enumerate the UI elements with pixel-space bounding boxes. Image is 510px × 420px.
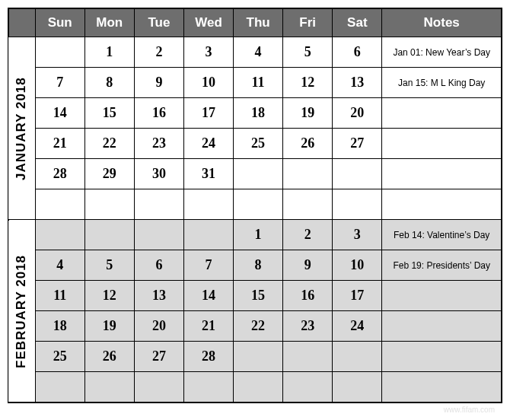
day-cell: 18 (234, 98, 283, 129)
month-label: JANUARY 2018 (8, 37, 35, 220)
day-cell (35, 189, 84, 220)
day-cell (134, 189, 183, 220)
header-mon: Mon (84, 8, 134, 37)
notes-cell: Feb 19: Presidents’ Day (382, 250, 502, 281)
header-sun: Sun (35, 8, 84, 37)
day-cell: 15 (234, 281, 283, 311)
day-cell: 1 (84, 37, 134, 68)
notes-cell (382, 189, 502, 220)
day-cell: 27 (333, 129, 382, 159)
header-wed: Wed (183, 8, 233, 37)
day-cell (84, 189, 134, 220)
day-cell (283, 342, 333, 372)
day-cell: 15 (84, 98, 134, 129)
watermark: www.fifam.com (444, 406, 495, 411)
day-cell: 23 (134, 129, 183, 159)
day-cell (84, 372, 134, 402)
day-cell: 30 (134, 159, 183, 189)
header-row: Sun Mon Tue Wed Thu Fri Sat Notes (8, 8, 502, 37)
day-cell (35, 372, 84, 402)
calendar-row: FEBRUARY 2018123Feb 14: Valentine’s Day (8, 220, 502, 250)
day-cell (234, 372, 283, 402)
header-tue: Tue (134, 8, 183, 37)
day-cell: 1 (234, 220, 283, 250)
day-cell (333, 372, 382, 402)
day-cell: 9 (283, 250, 333, 281)
calendar-body: JANUARY 2018123456Jan 01: New Year’s Day… (8, 37, 502, 402)
day-cell: 19 (84, 311, 134, 342)
day-cell: 4 (234, 37, 283, 68)
calendar-row: 14151617181920 (8, 98, 502, 129)
header-sat: Sat (333, 8, 382, 37)
day-cell: 7 (35, 68, 84, 98)
day-cell: 2 (134, 37, 183, 68)
day-cell: 25 (234, 129, 283, 159)
calendar-row: 25262728 (8, 342, 502, 372)
day-cell: 13 (134, 281, 183, 311)
day-cell: 22 (84, 129, 134, 159)
day-cell: 10 (183, 68, 233, 98)
day-cell: 20 (134, 311, 183, 342)
notes-cell (382, 311, 502, 342)
day-cell: 29 (84, 159, 134, 189)
day-cell: 31 (183, 159, 233, 189)
day-cell (283, 189, 333, 220)
calendar-table: Sun Mon Tue Wed Thu Fri Sat Notes JANUAR… (8, 8, 502, 403)
day-cell: 27 (134, 342, 183, 372)
day-cell: 17 (183, 98, 233, 129)
day-cell: 13 (333, 68, 382, 98)
day-cell (84, 220, 134, 250)
day-cell: 21 (35, 129, 84, 159)
day-cell: 11 (35, 281, 84, 311)
notes-cell (382, 342, 502, 372)
day-cell (183, 220, 233, 250)
month-label: FEBRUARY 2018 (8, 220, 35, 402)
day-cell: 12 (84, 281, 134, 311)
day-cell: 16 (283, 281, 333, 311)
day-cell: 19 (283, 98, 333, 129)
day-cell: 16 (134, 98, 183, 129)
day-cell: 6 (134, 250, 183, 281)
day-cell (283, 159, 333, 189)
notes-cell (382, 98, 502, 129)
day-cell: 2 (283, 220, 333, 250)
day-cell: 21 (183, 311, 233, 342)
day-cell: 14 (183, 281, 233, 311)
day-cell: 5 (283, 37, 333, 68)
day-cell: 17 (333, 281, 382, 311)
day-cell: 5 (84, 250, 134, 281)
day-cell: 3 (183, 37, 233, 68)
day-cell (333, 189, 382, 220)
day-cell: 24 (183, 129, 233, 159)
header-spacer (8, 8, 35, 37)
day-cell: 28 (183, 342, 233, 372)
day-cell: 4 (35, 250, 84, 281)
notes-cell: Jan 01: New Year’s Day (382, 37, 502, 68)
header-fri: Fri (283, 8, 333, 37)
day-cell: 14 (35, 98, 84, 129)
notes-cell (382, 159, 502, 189)
day-cell (234, 189, 283, 220)
calendar-row: 11121314151617 (8, 281, 502, 311)
notes-cell: Jan 15: M L King Day (382, 68, 502, 98)
day-cell (333, 159, 382, 189)
day-cell: 9 (134, 68, 183, 98)
notes-cell (382, 281, 502, 311)
day-cell: 8 (84, 68, 134, 98)
day-cell: 23 (283, 311, 333, 342)
day-cell: 26 (84, 342, 134, 372)
day-cell: 12 (283, 68, 333, 98)
header-notes: Notes (382, 8, 502, 37)
calendar-row: 21222324252627 (8, 129, 502, 159)
day-cell: 18 (35, 311, 84, 342)
day-cell: 20 (333, 98, 382, 129)
day-cell: 24 (333, 311, 382, 342)
day-cell (35, 37, 84, 68)
notes-cell: Feb 14: Valentine’s Day (382, 220, 502, 250)
calendar-row: 45678910Feb 19: Presidents’ Day (8, 250, 502, 281)
day-cell: 22 (234, 311, 283, 342)
day-cell: 26 (283, 129, 333, 159)
day-cell (134, 220, 183, 250)
day-cell (183, 189, 233, 220)
day-cell: 8 (234, 250, 283, 281)
